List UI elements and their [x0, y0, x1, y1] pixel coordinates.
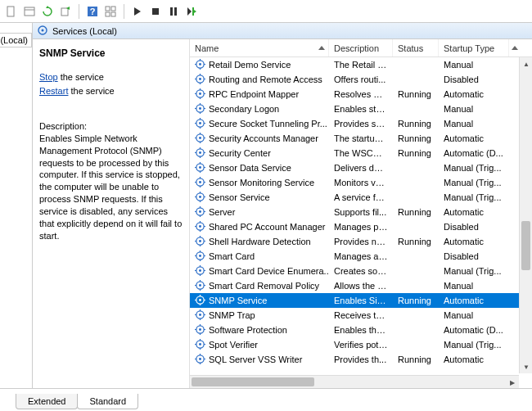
col-header-name[interactable]: Name	[190, 39, 329, 56]
service-gear-icon	[195, 74, 205, 86]
service-status: Running	[393, 133, 439, 143]
service-gear-icon	[195, 324, 205, 336]
svg-point-41	[199, 122, 201, 124]
service-desc: Verifies pote...	[329, 340, 393, 350]
service-name: RPC Endpoint Mapper	[209, 89, 299, 99]
restart-suffix: the service	[68, 86, 114, 96]
svg-point-15	[42, 29, 44, 31]
service-row[interactable]: Sensor Data ServiceDelivers dat...Manual…	[190, 160, 532, 175]
service-desc: Supports fil...	[329, 207, 393, 217]
svg-point-119	[199, 314, 201, 316]
hscroll-thumb[interactable]	[192, 377, 314, 386]
service-desc: The WSCSV...	[329, 148, 393, 158]
service-gear-icon	[195, 295, 205, 307]
restart-service-link[interactable]: Restart	[39, 86, 68, 96]
desc-label: Description:	[39, 120, 183, 133]
service-name: Sensor Service	[209, 192, 270, 202]
svg-point-137	[199, 358, 201, 360]
vscroll-thumb[interactable]	[521, 221, 530, 270]
services-icon	[38, 25, 47, 37]
service-desc: Delivers dat...	[329, 163, 393, 173]
service-desc: Enables the ...	[329, 325, 393, 335]
tb-restart-icon[interactable]	[183, 3, 200, 20]
service-row[interactable]: Software ProtectionEnables the ...Automa…	[190, 323, 532, 337]
service-row[interactable]: SNMP TrapReceives tra...Manual	[190, 308, 532, 323]
tb-refresh-icon[interactable]	[39, 3, 56, 20]
svg-point-53	[199, 151, 201, 154]
service-row[interactable]: Security Accounts ManagerThe startup ...…	[190, 131, 532, 146]
service-start: Disabled	[439, 251, 509, 261]
service-row[interactable]: SNMP ServiceEnables Sim...RunningAutomat…	[190, 293, 532, 308]
service-row[interactable]: Shared PC Account ManagerManages pr...Di…	[190, 219, 532, 234]
tb-stop-icon[interactable]	[147, 3, 164, 20]
service-name: Secondary Logon	[209, 104, 279, 114]
col-header-desc[interactable]: Description	[329, 39, 393, 56]
tb-grid-icon[interactable]	[102, 3, 119, 20]
service-start: Disabled	[439, 222, 509, 232]
tb-file-icon[interactable]	[3, 3, 20, 20]
svg-rect-6	[106, 7, 110, 11]
service-row[interactable]: Spot VerifierVerifies pote...Manual (Tri…	[190, 337, 532, 352]
service-start: Manual (Trig...	[439, 192, 509, 202]
vertical-scrollbar[interactable]: ▲ ▼	[519, 57, 532, 373]
tab-extended[interactable]: Extended	[16, 394, 78, 409]
content-title: Services (Local)	[52, 26, 117, 36]
scroll-right-icon[interactable]: ▶	[506, 376, 519, 388]
tb-export-icon[interactable]	[57, 3, 74, 20]
service-name: Retail Demo Service	[209, 60, 291, 70]
service-status: Running	[393, 237, 439, 246]
content-header: Services (Local)	[33, 23, 532, 39]
service-status: Running	[393, 89, 439, 99]
tb-pause-icon[interactable]	[165, 3, 182, 20]
service-name: SNMP Service	[209, 296, 267, 305]
service-desc: Creates soft...	[329, 266, 393, 276]
service-row[interactable]: Routing and Remote AccessOffers routi...…	[190, 72, 532, 87]
svg-point-65	[199, 181, 201, 183]
svg-rect-3	[61, 8, 68, 16]
col-header-start[interactable]: Startup Type	[439, 39, 509, 56]
col-header-status[interactable]: Status	[393, 39, 439, 56]
desc-text: Enables Simple Network Management Protoc…	[39, 133, 183, 242]
tb-sheet-icon[interactable]	[21, 3, 38, 20]
tree-node-local[interactable]: (Local)	[0, 33, 32, 47]
service-row[interactable]: Sensor Monitoring ServiceMonitors va...M…	[190, 175, 532, 190]
service-row[interactable]: Shell Hardware DetectionProvides no...Ru…	[190, 234, 532, 249]
service-name: Secure Socket Tunneling Pr...	[209, 119, 327, 129]
service-row[interactable]: Smart Card Removal PolicyAllows the s...…	[190, 278, 532, 293]
svg-point-113	[199, 299, 201, 301]
service-row[interactable]: RPC Endpoint MapperResolves RP...Running…	[190, 87, 532, 102]
tb-help-icon[interactable]: ?	[84, 3, 101, 20]
service-gear-icon	[195, 309, 205, 322]
tab-standard[interactable]: Standard	[77, 394, 138, 409]
svg-rect-7	[111, 7, 115, 11]
service-row[interactable]: Smart Card Device Enumera...Creates soft…	[190, 264, 532, 278]
col-header-overflow[interactable]	[509, 39, 521, 56]
svg-point-47	[199, 137, 201, 139]
scroll-down-icon[interactable]: ▼	[520, 360, 532, 373]
service-desc: Offers routi...	[329, 75, 393, 84]
tb-play-icon[interactable]	[129, 3, 146, 20]
service-desc: Receives tra...	[329, 310, 393, 320]
horizontal-scrollbar[interactable]: ◀ ▶	[190, 375, 519, 388]
service-row[interactable]: ServerSupports fil...RunningAutomatic	[190, 205, 532, 219]
service-row[interactable]: Retail Demo ServiceThe Retail D...Manual	[190, 57, 532, 72]
scroll-up-icon[interactable]: ▲	[520, 57, 532, 70]
service-row[interactable]: Secondary LogonEnables star...Manual	[190, 102, 532, 116]
service-row[interactable]: SQL Server VSS WriterProvides th...Runni…	[190, 352, 532, 367]
service-desc: Monitors va...	[329, 178, 393, 187]
detail-title: SNMP Service	[39, 47, 183, 59]
stop-service-link[interactable]: Stop	[39, 72, 58, 82]
service-name: Server	[209, 207, 235, 217]
service-row[interactable]: Smart CardManages ac...Disabled	[190, 249, 532, 264]
svg-point-71	[199, 196, 201, 198]
service-row[interactable]: Security CenterThe WSCSV...RunningAutoma…	[190, 146, 532, 160]
svg-point-95	[199, 255, 201, 257]
tab-bar: Extended Standard	[0, 388, 532, 409]
service-row[interactable]: Sensor ServiceA service fo...Manual (Tri…	[190, 190, 532, 205]
svg-rect-9	[111, 12, 115, 16]
svg-rect-0	[7, 7, 14, 16]
service-gear-icon	[195, 103, 205, 115]
service-gear-icon	[195, 265, 205, 278]
service-start: Automatic	[439, 89, 509, 99]
service-row[interactable]: Secure Socket Tunneling Pr...Provides su…	[190, 116, 532, 131]
